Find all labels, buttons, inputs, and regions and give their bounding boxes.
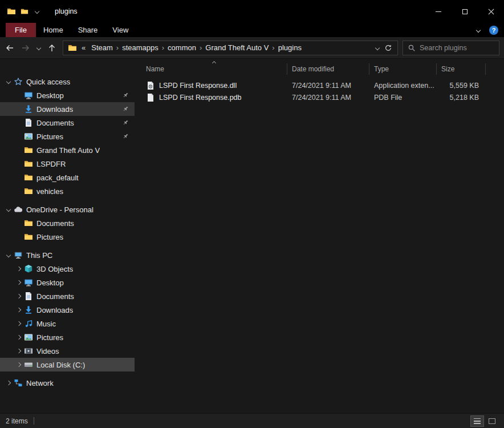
sidebar-item-pc-downloads[interactable]: Downloads <box>0 303 135 317</box>
tab-share[interactable]: Share <box>71 23 105 37</box>
column-header-size[interactable]: Size <box>437 63 486 75</box>
search-box[interactable] <box>403 41 499 55</box>
3d-objects-icon <box>24 264 33 273</box>
sidebar-item-pc-pictures[interactable]: Pictures <box>0 330 135 344</box>
navigation-bar: « Steam › steamapps › common › Grand The… <box>0 37 504 59</box>
minimize-icon <box>436 11 441 12</box>
pin-icon <box>122 133 129 140</box>
tab-file[interactable]: File <box>6 23 36 37</box>
file-row-lspd-first-response-pdb[interactable]: LSPD First Response.pdb 7/24/2021 9:11 A… <box>141 91 504 103</box>
sidebar-item-quick-access[interactable]: Quick access <box>0 75 135 88</box>
file-name: LSPD First Response.pdb <box>159 94 242 102</box>
documents-icon <box>24 292 33 301</box>
item-count: 2 items <box>6 417 28 425</box>
documents-icon <box>24 118 33 127</box>
sidebar-item-network[interactable]: Network <box>0 376 135 390</box>
sidebar-item-documents[interactable]: Documents <box>0 116 135 130</box>
chevron-down-icon[interactable] <box>5 78 13 86</box>
sidebar-item-pc-documents[interactable]: Documents <box>0 289 135 303</box>
pictures-icon <box>24 132 33 141</box>
sidebar-item-label: Music <box>36 320 56 328</box>
window-folder-icon <box>7 7 16 16</box>
column-header-date-modified[interactable]: Date modified <box>287 63 369 75</box>
main-content: Quick access Desktop Downloads Documents <box>0 59 504 413</box>
sidebar-item-videos[interactable]: Videos <box>0 344 135 358</box>
chevron-right-icon[interactable] <box>15 333 23 341</box>
breadcrumb-segment-gtav[interactable]: Grand Theft Auto V <box>202 43 272 52</box>
sidebar-item-label: Grand Theft Auto V <box>36 146 100 155</box>
sidebar-item-vehicles[interactable]: vehicles <box>0 184 135 198</box>
folder-icon <box>24 159 33 168</box>
chevron-slot <box>15 187 23 195</box>
sidebar-item-label: Pictures <box>36 233 63 241</box>
sidebar-item-pictures[interactable]: Pictures <box>0 130 135 143</box>
chevron-right-icon[interactable] <box>15 306 23 314</box>
file-date-modified: 7/24/2021 9:11 AM <box>287 94 369 102</box>
sidebar-item-local-disk-c[interactable]: Local Disk (C:) <box>0 358 135 372</box>
file-type: PDB File <box>369 94 437 102</box>
forward-button[interactable] <box>18 41 33 55</box>
chevron-right-icon[interactable] <box>15 265 23 273</box>
details-view-icon <box>474 418 481 424</box>
qat-customize-chevron-icon[interactable] <box>33 7 41 15</box>
breadcrumb-segment-common[interactable]: common <box>164 43 200 52</box>
details-view-button[interactable] <box>471 416 483 426</box>
maximize-button[interactable] <box>452 0 478 23</box>
help-icon[interactable]: ? <box>489 26 498 35</box>
address-history-chevron-icon[interactable] <box>373 44 381 52</box>
large-icons-view-button[interactable] <box>486 416 498 426</box>
back-button[interactable] <box>2 41 17 55</box>
chevron-right-icon[interactable] <box>15 361 23 369</box>
pin-icon <box>122 92 129 99</box>
sidebar-item-label: Quick access <box>26 78 70 86</box>
sidebar-item-pack-default[interactable]: pack_default <box>0 171 135 184</box>
address-bar[interactable]: « Steam › steamapps › common › Grand The… <box>63 41 398 55</box>
chevron-slot <box>15 132 23 140</box>
column-header-name[interactable]: Name <box>141 63 287 75</box>
breadcrumb-segment-steam[interactable]: Steam <box>88 43 116 52</box>
sidebar-item-this-pc[interactable]: This PC <box>0 248 135 262</box>
chevron-right-icon[interactable] <box>15 292 23 300</box>
close-button[interactable] <box>478 0 504 23</box>
sidebar-item-grand-theft-auto-v[interactable]: Grand Theft Auto V <box>0 143 135 157</box>
sidebar-item-desktop[interactable]: Desktop <box>0 88 135 102</box>
file-row-lspd-first-response-dll[interactable]: LSPD First Response.dll 7/24/2021 9:11 A… <box>141 79 504 91</box>
qat-folder-icon[interactable] <box>21 7 29 15</box>
up-button[interactable] <box>44 41 59 55</box>
chevron-right-icon[interactable] <box>5 379 13 387</box>
sidebar-item-pc-desktop[interactable]: Desktop <box>0 276 135 289</box>
file-date-modified: 7/24/2021 9:11 AM <box>287 82 369 90</box>
search-input[interactable] <box>420 44 494 52</box>
chevron-down-icon[interactable] <box>5 205 13 213</box>
expand-ribbon-chevron-icon[interactable] <box>474 26 482 34</box>
ribbon-right-controls: ? <box>474 23 498 37</box>
breadcrumb-segment-steamapps[interactable]: steamapps <box>119 43 162 52</box>
music-icon <box>24 319 33 328</box>
tab-view[interactable]: View <box>105 23 136 37</box>
sidebar-item-downloads[interactable]: Downloads <box>0 102 135 116</box>
file-explorer-window: plugins File Home Share View ? « Steam ›… <box>0 0 504 428</box>
minimize-button[interactable] <box>425 0 452 23</box>
chevron-right-icon[interactable] <box>15 320 23 328</box>
desktop-icon <box>24 278 33 287</box>
column-header-type[interactable]: Type <box>369 63 437 75</box>
window-controls <box>425 0 504 23</box>
chevron-down-icon[interactable] <box>5 251 13 259</box>
sidebar-item-onedrive[interactable]: OneDrive - Personal <box>0 203 135 216</box>
view-toggles <box>471 416 498 426</box>
sidebar-item-onedrive-pictures[interactable]: Pictures <box>0 230 135 244</box>
sidebar-item-3d-objects[interactable]: 3D Objects <box>0 262 135 276</box>
recent-locations-button[interactable] <box>34 41 43 55</box>
breadcrumb-segment-plugins[interactable]: plugins <box>275 43 305 52</box>
sidebar-item-onedrive-documents[interactable]: Documents <box>0 216 135 230</box>
chevron-right-icon[interactable] <box>15 347 23 355</box>
breadcrumb-overflow-chevrons[interactable]: « <box>79 43 88 52</box>
chevron-slot <box>15 233 23 241</box>
close-icon <box>487 8 495 15</box>
refresh-button[interactable] <box>381 41 395 55</box>
sidebar-item-lspdfr[interactable]: LSPDFR <box>0 157 135 171</box>
tab-home[interactable]: Home <box>36 23 71 37</box>
sidebar-item-music[interactable]: Music <box>0 317 135 330</box>
chevron-right-icon[interactable] <box>15 278 23 286</box>
file-type: Application exten... <box>369 82 437 90</box>
